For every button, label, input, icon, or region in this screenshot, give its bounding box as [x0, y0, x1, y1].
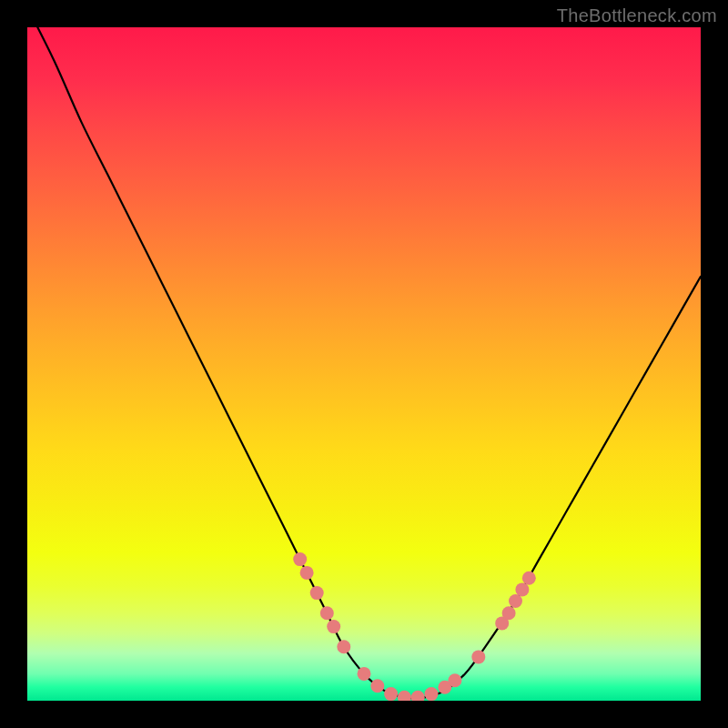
chart-svg — [27, 27, 701, 701]
curve-marker — [509, 594, 522, 608]
curve-marker — [411, 691, 425, 701]
curve-markers — [293, 552, 536, 701]
plot-area — [27, 27, 701, 701]
watermark-text: TheBottleneck.com — [557, 5, 717, 26]
curve-marker — [515, 582, 529, 596]
curve-marker — [320, 606, 334, 620]
curve-marker — [327, 620, 340, 633]
curve-marker — [358, 667, 371, 681]
curve-marker — [398, 691, 411, 701]
curve-marker — [471, 650, 485, 663]
curve-marker — [425, 687, 439, 701]
curve-marker — [448, 673, 461, 687]
curve-marker — [300, 566, 314, 580]
curve-marker — [502, 606, 516, 620]
chart-stage: TheBottleneck.com — [0, 0, 728, 728]
curve-marker — [337, 640, 350, 653]
curve-marker — [370, 679, 384, 693]
curve-marker — [522, 571, 536, 585]
curve-marker — [384, 687, 398, 701]
curve-marker — [293, 552, 307, 566]
bottleneck-curve — [27, 27, 701, 698]
curve-marker — [310, 586, 324, 600]
